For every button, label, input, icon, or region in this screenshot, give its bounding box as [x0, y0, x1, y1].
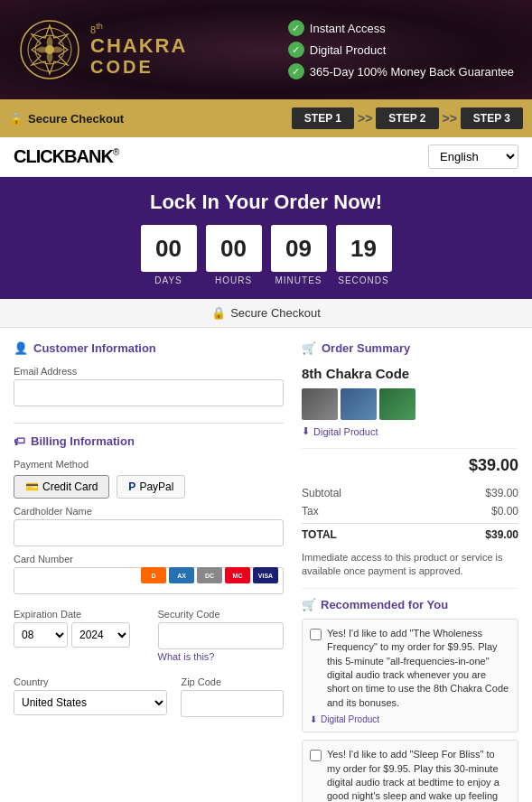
logo-emblem: [18, 18, 81, 81]
paypal-label: PayPal: [139, 480, 173, 493]
tax-line: Tax $0.00: [302, 502, 518, 520]
exp-month-select[interactable]: 01020304 05060708 09101112: [14, 622, 68, 648]
product-name: 8th Chakra Code: [302, 366, 518, 381]
cardholder-label: Cardholder Name: [14, 506, 284, 517]
diners-icon: DC: [197, 567, 222, 583]
feature-digital-product: ✓ Digital Product: [288, 42, 514, 58]
recommended-item-2-label[interactable]: Yes! I'd like to add "Sleep For Bliss" t…: [310, 748, 510, 802]
access-note: Immediate access to this product or serv…: [302, 551, 518, 589]
credit-card-label: Credit Card: [42, 480, 98, 493]
feature-instant-access: ✓ Instant Access: [288, 20, 514, 36]
payment-methods: 💳 Credit Card P PayPal: [14, 475, 284, 499]
logo-chakra: CHAKRA: [90, 35, 187, 57]
product-price: $39.00: [302, 448, 518, 475]
total-value: $39.00: [485, 528, 518, 541]
header-features: ✓ Instant Access ✓ Digital Product ✓ 365…: [288, 20, 514, 79]
clickbank-logo: CLICKBANK®: [14, 146, 118, 167]
hours-label: HOURS: [215, 275, 252, 285]
what-is-this-link[interactable]: What is this?: [158, 651, 285, 662]
exp-selects: 01020304 05060708 09101112 202420252026 …: [14, 622, 140, 648]
recommended-item-1-label[interactable]: Yes! I'd like to add "The Wholeness Freq…: [310, 627, 510, 710]
visa-icon: VISA: [253, 567, 278, 583]
country-select[interactable]: United States Canada United Kingdom: [14, 690, 167, 715]
lock-icon-2: 🔒: [211, 306, 226, 320]
step3-button[interactable]: STEP 3: [461, 107, 523, 129]
secure-checkout-progress: 🔒 Secure Checkout: [9, 112, 292, 126]
product-images: [302, 388, 518, 420]
discover-icon: D: [141, 567, 166, 583]
arrow-2: >>: [443, 111, 457, 126]
recommended-item-2-text: Yes! I'd like to add "Sleep For Bliss" t…: [327, 748, 510, 802]
security-code-label: Security Code: [158, 609, 285, 620]
feature-label-2: Digital Product: [310, 43, 387, 57]
countdown-timer: 00 DAYS 00 HOURS 09 MINUTES 19 SECONDS: [18, 225, 514, 285]
recommended-checkbox-2[interactable]: [310, 750, 322, 761]
check-icon-2: ✓: [288, 42, 304, 58]
recommended-item-2: Yes! I'd like to add "Sleep For Bliss" t…: [302, 740, 518, 802]
email-input[interactable]: [14, 379, 284, 406]
secure-checkout-text: Secure Checkout: [28, 112, 124, 126]
logo-area: 8th CHAKRA CODE: [18, 18, 187, 81]
cart-icon-2: 🛒: [302, 598, 316, 611]
card-icon-btn: 💳: [25, 480, 39, 493]
credit-card-button[interactable]: 💳 Credit Card: [14, 475, 109, 499]
right-column: 🛒 Order Summary 8th Chakra Code ⬇ Digita…: [302, 341, 518, 802]
hours-value: 00: [206, 225, 262, 272]
secure-subheader: 🔒 Secure Checkout: [0, 299, 532, 328]
main-content: 👤 Customer Information Email Address 🏷 B…: [0, 328, 532, 802]
progress-bar: 🔒 Secure Checkout STEP 1 >> STEP 2 >> ST…: [0, 99, 532, 137]
rec-digital-badge-1: ⬇ Digital Product: [310, 714, 510, 724]
card-number-row: D AX DC MC VISA: [14, 567, 284, 594]
customer-section-title: 👤 Customer Information: [14, 341, 284, 355]
minutes-value: 09: [271, 225, 327, 272]
recommended-label: Recommended for You: [321, 598, 448, 611]
product-img-1: [302, 388, 338, 420]
cardholder-input[interactable]: [14, 519, 284, 546]
paypal-button[interactable]: P PayPal: [117, 475, 185, 499]
lock-icon: 🔒: [9, 112, 23, 126]
tax-value: $0.00: [491, 505, 518, 518]
customer-title-text: Customer Information: [33, 341, 156, 355]
security-code-input[interactable]: [158, 622, 285, 649]
subtotal-value: $39.00: [485, 487, 518, 499]
recommended-item-1: Yes! I'd like to add "The Wholeness Freq…: [302, 619, 518, 732]
user-icon: 👤: [14, 341, 28, 355]
zip-input[interactable]: [181, 690, 284, 717]
clickbank-name: CLICKBANK®: [14, 146, 118, 166]
seconds-value: 19: [336, 225, 392, 272]
total-line: TOTAL $39.00: [302, 523, 518, 544]
digital-product-badge: ⬇ Digital Product: [302, 425, 518, 437]
arrow-1: >>: [358, 111, 372, 126]
country-label: Country: [14, 676, 167, 687]
mastercard-icon: MC: [225, 567, 250, 583]
exp-year-select[interactable]: 202420252026 202720282029: [71, 622, 130, 648]
expiration-label: Expiration Date: [14, 609, 140, 620]
step2-button[interactable]: STEP 2: [376, 107, 438, 129]
step1-button[interactable]: STEP 1: [292, 107, 354, 129]
page-header: 8th CHAKRA CODE ✓ Instant Access ✓ Digit…: [0, 0, 532, 99]
cart-icon: 🛒: [302, 341, 316, 355]
product-img-3: [379, 388, 415, 420]
left-column: 👤 Customer Information Email Address 🏷 B…: [14, 341, 284, 802]
recommended-checkbox-1[interactable]: [310, 629, 322, 640]
billing-section-title: 🏷 Billing Information: [14, 434, 284, 448]
email-label: Email Address: [14, 366, 284, 377]
check-icon-1: ✓: [288, 20, 304, 36]
logo-code: CODE: [90, 57, 154, 78]
feature-money-back: ✓ 365-Day 100% Money Back Guarantee: [288, 63, 514, 79]
order-summary-title: 🛒 Order Summary: [302, 341, 518, 355]
logo-text: 8th CHAKRA CODE: [90, 22, 187, 78]
billing-section: 🏷 Billing Information Payment Method 💳 C…: [14, 423, 284, 717]
recommended-item-1-text: Yes! I'd like to add "The Wholeness Freq…: [327, 627, 510, 710]
clickbank-bar: CLICKBANK® English Español Français Deut…: [0, 137, 532, 177]
exp-security-row: Expiration Date 01020304 05060708 091011…: [14, 602, 284, 662]
amex-icon: AX: [169, 567, 194, 583]
language-select[interactable]: English Español Français Deutsch: [428, 145, 518, 169]
countdown-banner: Lock In Your Order Now! 00 DAYS 00 HOURS…: [0, 177, 532, 299]
subtotal-label: Subtotal: [302, 487, 341, 499]
digital-badge-text: Digital Product: [313, 426, 378, 437]
order-summary-label: Order Summary: [322, 341, 410, 355]
feature-label-3: 365-Day 100% Money Back Guarantee: [310, 65, 514, 79]
zip-label: Zip Code: [181, 676, 284, 687]
steps-container: STEP 1 >> STEP 2 >> STEP 3: [292, 107, 523, 129]
